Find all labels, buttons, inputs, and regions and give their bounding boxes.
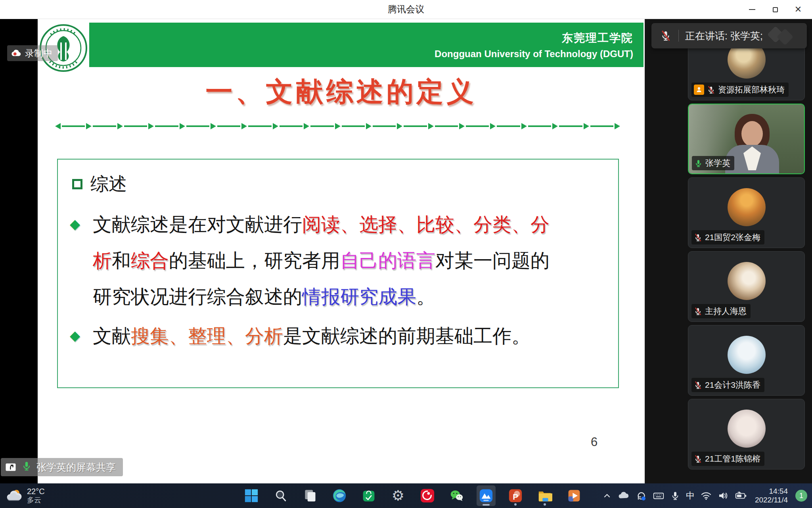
participant-label: 资源拓展部林秋琦 (691, 83, 789, 97)
participant-tiles: 资源拓展部林秋琦 张学英 21国贸2张金梅 主持人海恩 21会计3洪陈香 (688, 30, 805, 473)
text-segment-black: 文献 (93, 325, 131, 346)
muted-mic-icon (694, 455, 702, 463)
arrow-segment (559, 125, 582, 127)
tencent-meeting-window: 腾讯会议 ✕ 东莞理工学院 Dongguan University of Tec… (0, 0, 812, 508)
participant-label: 21会计3洪陈香 (691, 378, 764, 392)
video-person-face (741, 121, 763, 146)
slide-title: 一、文献综述的定义 (38, 74, 645, 110)
arrow-segment (124, 125, 147, 127)
mic-on-icon (670, 491, 680, 500)
tray-touch-keyboard-icon[interactable] (653, 490, 665, 502)
clock-time: 14:54 (769, 487, 788, 496)
avatar (728, 262, 766, 300)
participant-label: 21工管1陈锦榕 (691, 452, 764, 466)
notification-badge[interactable]: 1 (795, 490, 807, 502)
record-cloud-icon (11, 48, 21, 59)
notification-count: 1 (799, 492, 803, 500)
taskbar-app-edge-icon[interactable] (330, 485, 349, 506)
arrow-segment (466, 125, 489, 127)
taskbar-app-wechat-icon[interactable] (447, 485, 466, 506)
tray-chevron-up-icon[interactable] (602, 491, 612, 500)
arrow-segment (93, 125, 116, 127)
taskbar-app-store-icon[interactable] (359, 485, 378, 506)
arrowhead-right (428, 123, 434, 129)
text-segment-black: 的基础上，研究者用 (169, 250, 340, 271)
taskbar-app-task-view-icon[interactable] (301, 485, 320, 506)
member-badge-icon (694, 85, 704, 95)
text-segment-black: 研究状况进行综合叙述的 (93, 286, 302, 307)
text-segment-black: 对某一问题的 (435, 250, 550, 271)
text-segment-red: 阅读、选择、比较、分类、分 (302, 214, 550, 235)
restore-button[interactable] (764, 0, 787, 19)
arrow-segment (373, 125, 396, 127)
tray-icons: 中 (602, 490, 747, 502)
meeting-watermark-icon (770, 29, 798, 44)
taskbar-app-powerpoint-icon[interactable]: P (506, 485, 525, 506)
arrow-segment (248, 125, 271, 127)
bullet-text: 文献综述是在对文献进行阅读、选择、比较、分类、分析和综合的基础上，研究者用自己的… (93, 206, 618, 315)
weather-condition: 多云 (27, 496, 45, 504)
text-segment-red: 综合 (131, 250, 169, 271)
tray-onedrive-icon[interactable] (618, 490, 630, 502)
arrow-segment (155, 125, 178, 127)
arrow-divider (55, 123, 621, 129)
arrow-segment (342, 125, 365, 127)
participant-tile[interactable]: 21会计3洪陈香 (688, 325, 805, 396)
svg-text:P: P (513, 492, 518, 501)
minimize-button[interactable] (741, 0, 764, 19)
participant-name: 21会计3洪陈香 (705, 379, 760, 391)
university-name-en: Dongguan University of Technology (DGUT) (435, 48, 633, 60)
tray-wifi-icon[interactable] (701, 490, 712, 501)
bullet-text-line: 研究状况进行综合叙述的情报研究成果。 (93, 279, 618, 315)
active-speaker-banner: 正在讲话: 张学英; (651, 23, 807, 48)
tray-volume-icon[interactable] (718, 490, 729, 501)
participant-label: 张学英 (692, 156, 734, 170)
participant-name: 21国贸2张金梅 (705, 232, 760, 243)
restore-icon (773, 7, 778, 12)
window-title: 腾讯会议 (388, 3, 424, 15)
arrow-segment (435, 125, 458, 127)
tray-ime-icon[interactable]: 中 (686, 490, 695, 502)
slide-content-box: 综述 ◆文献综述是在对文献进行阅读、选择、比较、分类、分析和综合的基础上，研究者… (57, 159, 619, 388)
participant-tile[interactable]: 张学英 (688, 104, 805, 174)
arrowhead-right (86, 123, 92, 129)
arrowhead-right (211, 123, 216, 129)
participant-tile[interactable]: 21国贸2张金梅 (688, 177, 805, 248)
taskbar-app-media-player-icon[interactable] (565, 485, 584, 506)
taskbar-clock[interactable]: 14:54 2022/11/4 (755, 487, 788, 504)
text-segment-black: 和 (112, 250, 131, 271)
arrowhead-right (366, 123, 372, 129)
running-indicator (514, 503, 517, 506)
arrow-segment (217, 125, 240, 127)
tray-battery-icon[interactable] (735, 490, 747, 501)
bullet-text: 文献搜集、整理、分析是文献综述的前期基础工作。 (93, 318, 618, 354)
taskbar-app-tencent-meeting-icon[interactable] (477, 485, 496, 506)
participant-label: 21国贸2张金梅 (691, 230, 764, 244)
close-button[interactable]: ✕ (787, 0, 810, 19)
arrowhead-right (521, 123, 527, 129)
tray-microphone-icon[interactable] (670, 491, 680, 500)
diamond-bullet-icon: ◆ (70, 318, 93, 354)
window-titlebar: 腾讯会议 ✕ (0, 0, 812, 19)
participant-tile[interactable]: 主持人海恩 (688, 251, 805, 322)
taskbar-app-netease-music-icon[interactable] (418, 485, 437, 506)
muted-mic-icon (694, 233, 702, 242)
avatar (728, 410, 766, 448)
slide-page-number: 6 (591, 435, 598, 449)
tray-sync-icon[interactable] (636, 490, 647, 501)
arrowhead-right (615, 123, 620, 129)
taskbar-app-file-explorer-icon[interactable] (535, 485, 554, 506)
taskbar-weather-widget[interactable]: 22°C 多云 (6, 483, 45, 508)
taskbar-app-search-icon[interactable] (271, 485, 290, 506)
taskbar-app-start-icon[interactable] (242, 485, 261, 506)
participant-tile[interactable]: 21工管1陈锦榕 (688, 399, 805, 470)
text-segment-black: 是文献综述的前期基础工作。 (283, 325, 530, 346)
arrowhead-right (180, 123, 185, 129)
mic-on-icon (21, 461, 32, 471)
running-indicator (544, 503, 546, 506)
taskbar-app-settings-icon[interactable]: ⚙ (389, 485, 408, 506)
minimize-icon (749, 9, 755, 10)
gear-icon: ⚙ (392, 489, 404, 503)
section-heading: 综述 (90, 172, 127, 196)
arrowhead-right (273, 123, 278, 129)
